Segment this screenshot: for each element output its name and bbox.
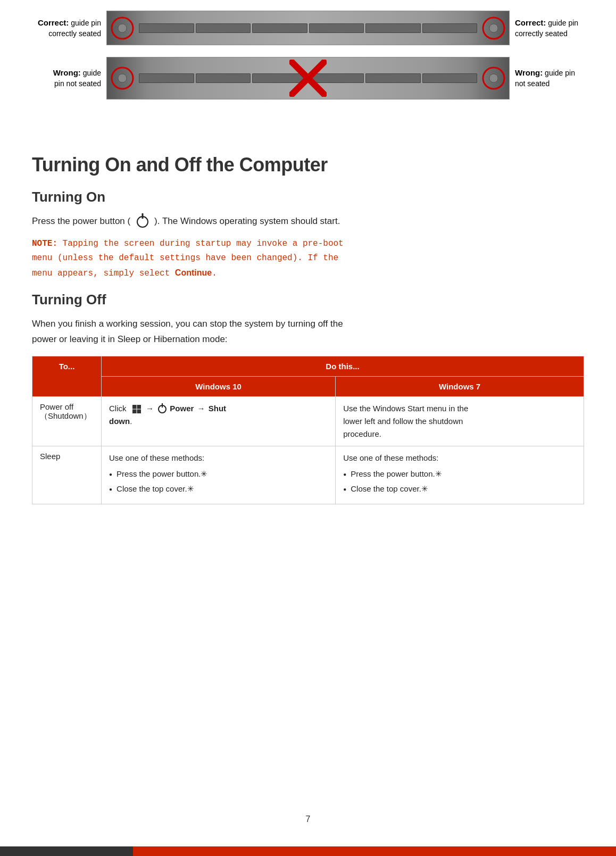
td-win10-sleep: Use one of these methods: Press the powe… [102, 446, 336, 504]
svg-rect-11 [137, 405, 141, 409]
svg-rect-13 [137, 410, 141, 414]
power-icon-small [158, 405, 167, 413]
page-number: 7 [306, 815, 311, 824]
wrong-left-bold: Wrong: [53, 68, 81, 77]
table-row-sleep: Sleep Use one of these methods: Press th… [32, 446, 584, 504]
wrong-left-label: Wrong: guidepin not seated [21, 67, 106, 89]
th-windows10: Windows 10 [102, 377, 336, 397]
correct-left-bold: Correct: [38, 18, 69, 27]
arrow-2: → [197, 404, 205, 413]
win7-sleep-bullets: Press the power button.✳ Close the top c… [343, 468, 576, 495]
svg-point-1 [118, 24, 127, 32]
wrong-left-circle [110, 65, 135, 91]
power-label: Power [170, 404, 196, 413]
win7-bullet-2: Close the top cover.✳ [343, 483, 576, 495]
td-win7-poweroff: Use the Windows Start menu in thelower l… [336, 397, 584, 446]
turning-off-subtitle: Turning Off [32, 292, 584, 308]
correct-row: Correct: guide pincorrectly seated [21, 11, 595, 45]
th-to: To... [32, 356, 102, 397]
td-to-poweroff: Power off（Shutdown） [32, 397, 102, 446]
win10-bullet-2: Close the top cover.✳ [109, 483, 328, 495]
svg-rect-12 [132, 410, 137, 414]
win7-bullet-1: Press the power button.✳ [343, 468, 576, 480]
correct-right-bold: Correct: [515, 18, 546, 27]
correct-left-label: Correct: guide pincorrectly seated [21, 17, 106, 39]
footer-bar [0, 846, 616, 856]
svg-point-5 [118, 74, 127, 82]
svg-rect-10 [132, 405, 137, 409]
td-to-sleep: Sleep [32, 446, 102, 504]
svg-point-3 [489, 24, 498, 32]
svg-point-9 [489, 74, 498, 82]
main-section-title: Turning On and Off the Computer [32, 154, 584, 176]
continue-period: . [212, 269, 217, 278]
th-do-this: Do this... [102, 356, 584, 377]
correct-diagram-left [106, 11, 510, 45]
wrong-right-label: Wrong: guide pinnot seated [510, 67, 595, 89]
note-keyword: NOTE: [32, 239, 57, 248]
win10-bullet-1: Press the power button.✳ [109, 468, 328, 480]
page-container: Correct: guide pincorrectly seated [0, 0, 616, 856]
continue-word: Continue [175, 268, 212, 277]
th-windows7: Windows 7 [336, 377, 584, 397]
turn-off-table: To... Do this... Windows 10 Windows 7 Po… [32, 356, 584, 504]
wrong-right-circle [481, 65, 506, 91]
win10-sleep-methods: Use one of these methods: [109, 453, 204, 462]
wrong-row: Wrong: guidepin not seated [21, 57, 595, 99]
image-section: Correct: guide pincorrectly seated [0, 0, 616, 111]
windows-logo-icon [132, 404, 141, 414]
arrow-1: → [146, 404, 154, 413]
td-win10-poweroff: Click → P [102, 397, 336, 446]
td-win7-sleep: Use one of these methods: Press the powe… [336, 446, 584, 504]
correct-right-circle [481, 15, 506, 41]
content-area: Turning On and Off the Computer Turning … [0, 111, 616, 542]
wrong-right-bold: Wrong: [515, 68, 543, 77]
correct-right-label: Correct: guide pincorrectly seated [510, 17, 595, 39]
win10-sleep-bullets: Press the power button.✳ Close the top c… [109, 468, 328, 495]
x-mark-overlay [289, 60, 327, 97]
shutdown-label: Shutdown [109, 404, 226, 426]
footer-bar-accent [0, 846, 133, 856]
spacer-top [32, 122, 584, 154]
table-row-power-off: Power off（Shutdown） Click → [32, 397, 584, 446]
note-block: NOTE: Tapping the screen during startup … [32, 237, 584, 281]
correct-left-circle [110, 15, 135, 41]
win7-sleep-methods: Use one of these methods: [343, 453, 438, 462]
power-icon [137, 216, 148, 228]
turning-on-subtitle: Turning On [32, 189, 584, 205]
wrong-diagram [106, 57, 510, 99]
turning-on-body: Press the power button ( ). The Windows … [32, 214, 584, 229]
turning-off-body: When you finish a working session, you c… [32, 317, 584, 347]
